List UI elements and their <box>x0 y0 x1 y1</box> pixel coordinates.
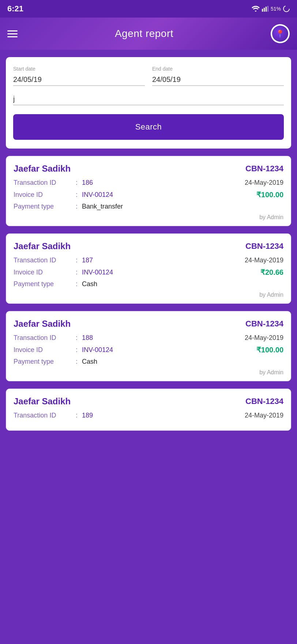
transaction-id-row-1: Transaction ID : 186 24-May-2019 <box>14 179 283 187</box>
transaction-date-3: 24-May-2019 <box>245 334 283 342</box>
signal-icon <box>262 6 268 12</box>
subscriber-name-3: Jaefar Sadikh <box>14 319 71 329</box>
svg-rect-0 <box>262 9 263 12</box>
app-logo: 📍 <box>271 24 290 43</box>
transaction-card-1: Jaefar Sadikh CBN-1234 Transaction ID : … <box>6 156 291 226</box>
card-header-3: Jaefar Sadikh CBN-1234 <box>14 319 283 329</box>
svg-rect-1 <box>264 8 265 12</box>
header: Agent report 📍 <box>0 18 297 50</box>
menu-line-3 <box>7 36 18 37</box>
transaction-id-label-3: Transaction ID <box>14 334 76 342</box>
colon-3c: : <box>76 358 78 366</box>
transaction-id-value-3: 188 <box>82 334 93 342</box>
colon-1c: : <box>76 203 78 210</box>
colon-2a: : <box>76 257 78 264</box>
invoice-amount-2: ₹20.66 <box>260 268 283 277</box>
transaction-date-2: 24-May-2019 <box>245 257 283 264</box>
invoice-id-value-3: INV-00124 <box>82 346 113 354</box>
payment-type-row-2: Payment type : Cash <box>14 280 283 288</box>
account-code-3: CBN-1234 <box>245 319 283 329</box>
invoice-id-value-2: INV-00124 <box>82 269 113 276</box>
payment-type-row-3: Payment type : Cash <box>14 358 283 366</box>
by-admin-3: by Admin <box>14 369 283 376</box>
colon-2c: : <box>76 280 78 288</box>
search-button[interactable]: Search <box>13 114 284 140</box>
end-date-group: End date <box>152 66 284 86</box>
loader-icon <box>283 5 290 12</box>
logo-pin-icon: 📍 <box>275 29 285 38</box>
transaction-id-row-3: Transaction ID : 188 24-May-2019 <box>14 334 283 342</box>
menu-line-2 <box>7 33 18 34</box>
payment-type-row-1: Payment type : Bank_transfer <box>14 203 283 210</box>
wifi-icon <box>252 6 260 12</box>
subscriber-input[interactable] <box>13 93 284 105</box>
invoice-id-label-3: Invoice ID <box>14 346 76 354</box>
transaction-date-4: 24-May-2019 <box>245 412 283 419</box>
invoice-id-label-1: Invoice ID <box>14 191 76 199</box>
header-title: Agent report <box>115 28 173 40</box>
transaction-id-row-2: Transaction ID : 187 24-May-2019 <box>14 257 283 264</box>
invoice-amount-3: ₹100.00 <box>256 345 283 354</box>
subscriber-name-1: Jaefar Sadikh <box>14 164 71 174</box>
account-code-2: CBN-1234 <box>245 242 283 251</box>
colon-1a: : <box>76 179 78 187</box>
battery-level: 51% <box>271 6 281 12</box>
invoice-id-value-1: INV-00124 <box>82 191 113 199</box>
status-time: 6:21 <box>7 4 23 14</box>
account-code-4: CBN-1234 <box>245 397 283 406</box>
svg-rect-2 <box>266 7 267 12</box>
menu-button[interactable] <box>7 30 18 37</box>
payment-type-value-3: Cash <box>82 358 97 366</box>
logo-circle: 📍 <box>272 26 288 42</box>
invoice-id-label-2: Invoice ID <box>14 269 76 276</box>
transaction-card-3: Jaefar Sadikh CBN-1234 Transaction ID : … <box>6 311 291 381</box>
invoice-id-row-1: Invoice ID : INV-00124 ₹100.00 <box>14 190 283 199</box>
card-header-1: Jaefar Sadikh CBN-1234 <box>14 164 283 174</box>
card-header-2: Jaefar Sadikh CBN-1234 <box>14 241 283 251</box>
colon-3b: : <box>76 346 78 354</box>
colon-4a: : <box>76 412 78 419</box>
transaction-id-label-1: Transaction ID <box>14 179 76 187</box>
subscriber-name-4: Jaefar Sadikh <box>14 396 71 407</box>
colon-2b: : <box>76 269 78 276</box>
transaction-id-value-4: 189 <box>82 412 93 419</box>
card-header-4: Jaefar Sadikh CBN-1234 <box>14 396 283 407</box>
payment-type-label-3: Payment type <box>14 358 76 366</box>
start-date-label: Start date <box>13 66 145 72</box>
transaction-id-value-2: 187 <box>82 257 93 264</box>
search-card: Start date End date Search <box>6 57 291 149</box>
invoice-id-row-3: Invoice ID : INV-00124 ₹100.00 <box>14 345 283 354</box>
date-row: Start date End date <box>13 66 284 86</box>
colon-1b: : <box>76 191 78 199</box>
invoice-amount-1: ₹100.00 <box>256 190 283 199</box>
end-date-label: End date <box>152 66 284 72</box>
by-admin-1: by Admin <box>14 214 283 221</box>
main-content: Start date End date Search Jaefar Sadikh… <box>0 50 297 438</box>
transaction-id-row-4: Transaction ID : 189 24-May-2019 <box>14 412 283 419</box>
menu-line-1 <box>7 30 18 31</box>
payment-type-value-2: Cash <box>82 280 97 288</box>
svg-rect-3 <box>267 6 268 12</box>
status-bar: 6:21 51% <box>0 0 297 18</box>
transaction-card-4-partial: Jaefar Sadikh CBN-1234 Transaction ID : … <box>6 389 291 431</box>
svg-point-4 <box>283 6 289 12</box>
account-code-1: CBN-1234 <box>245 164 283 173</box>
subscriber-name-2: Jaefar Sadikh <box>14 241 71 251</box>
start-date-group: Start date <box>13 66 145 86</box>
status-icons: 51% <box>252 5 290 12</box>
subscriber-group <box>13 93 284 105</box>
start-date-input[interactable] <box>13 74 145 86</box>
transaction-card-2: Jaefar Sadikh CBN-1234 Transaction ID : … <box>6 233 291 304</box>
transaction-id-label-2: Transaction ID <box>14 257 76 264</box>
payment-type-label-2: Payment type <box>14 280 76 288</box>
transaction-id-value-1: 186 <box>82 179 93 187</box>
colon-3a: : <box>76 334 78 342</box>
transaction-date-1: 24-May-2019 <box>245 179 283 187</box>
by-admin-2: by Admin <box>14 292 283 298</box>
transaction-id-label-4: Transaction ID <box>14 412 76 419</box>
invoice-id-row-2: Invoice ID : INV-00124 ₹20.66 <box>14 268 283 277</box>
end-date-input[interactable] <box>152 74 284 86</box>
payment-type-value-1: Bank_transfer <box>82 203 123 210</box>
payment-type-label-1: Payment type <box>14 203 76 210</box>
